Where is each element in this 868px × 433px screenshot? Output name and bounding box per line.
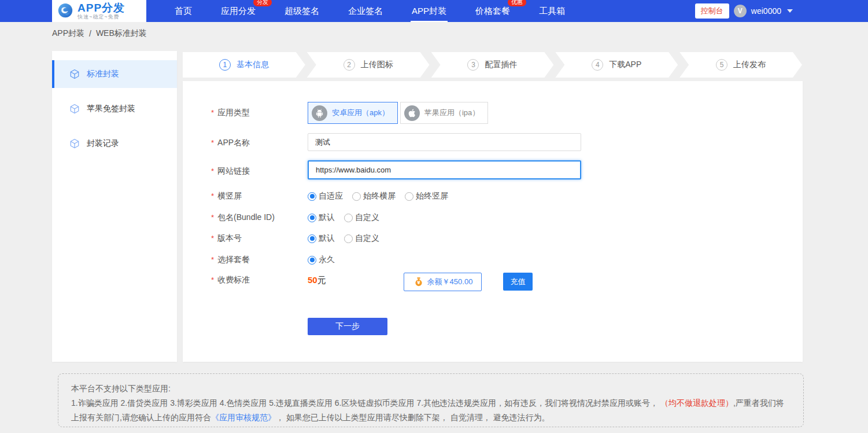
sidebar-item-standard-packaging[interactable]: 标准封装	[52, 60, 177, 88]
fee-label: *收费标准	[211, 275, 250, 285]
logo-title: APP分发	[77, 2, 125, 13]
orientation-options: 自适应 始终横屏 始终竖屏	[308, 191, 454, 201]
required-asterisk: *	[211, 192, 214, 200]
policy-notice: 本平台不支持以下类型应用: 1.诈骗类应用 2.借贷类应用 3.博彩类应用 4.…	[58, 373, 804, 427]
app-name-input[interactable]	[308, 133, 581, 151]
chevron-down-icon[interactable]	[787, 9, 793, 13]
distribution-badge: 分发	[253, 0, 272, 6]
required-asterisk: *	[211, 138, 214, 147]
notice-title: 本平台不支持以下类型应用:	[71, 381, 791, 396]
radio-adaptive[interactable]: 自适应	[308, 191, 343, 201]
logo-icon	[57, 2, 74, 20]
plan-options: 永久	[308, 255, 341, 265]
recharge-button[interactable]: 充值	[503, 273, 533, 291]
review-spec-link[interactable]: 《应用审核规范》	[211, 413, 276, 422]
radio-version-default[interactable]: 默认	[308, 233, 335, 244]
top-navbar: APP分发 快速~稳定~免费 首页 应用分发 分发 超级签名 企业签名 APP封…	[0, 0, 868, 22]
logo[interactable]: APP分发 快速~稳定~免费	[52, 0, 146, 22]
required-asterisk: *	[211, 276, 214, 284]
radio-always-portrait[interactable]: 始终竖屏	[405, 191, 448, 201]
apple-app-button[interactable]: 苹果应用（ipa）	[400, 102, 488, 124]
radio-icon	[308, 256, 316, 265]
step-number: 4	[592, 59, 603, 71]
sidebar-item-packaging-records[interactable]: 封装记录	[52, 130, 177, 157]
step-number: 2	[343, 59, 355, 71]
step-wizard: 1 基本信息 2 上传图标 3 配置插件 4 下载APP 5 上传发布	[183, 52, 804, 78]
breadcrumb-separator: /	[89, 29, 91, 38]
site-url-label: *网站链接	[211, 166, 250, 177]
fee-amount: 50元	[308, 275, 326, 286]
avatar[interactable]: V	[734, 5, 747, 17]
page: APP分发 快速~稳定~免费 首页 应用分发 分发 超级签名 企业签名 APP封…	[0, 0, 868, 433]
nav-item-app-packaging[interactable]: APP封装	[411, 0, 448, 22]
radio-plan-permanent[interactable]: 永久	[308, 255, 335, 265]
breadcrumb-parent[interactable]: APP封装	[52, 28, 84, 39]
nav-right: 控制台 V wei0000	[695, 0, 793, 22]
step-label: 上传图标	[361, 60, 393, 70]
sidebar-item-apple-signfree-packaging[interactable]: 苹果免签封装	[52, 95, 177, 123]
package-icon	[69, 104, 80, 114]
breadcrumb: APP封装 / WEB标准封装	[52, 22, 147, 45]
app-type-label: *应用类型	[211, 108, 250, 118]
svg-text:¥: ¥	[417, 280, 420, 285]
android-app-button[interactable]: 安卓应用（apk）	[308, 102, 398, 124]
money-bag-icon: ¥	[413, 276, 424, 288]
logo-text: APP分发 快速~稳定~免费	[77, 2, 125, 20]
username[interactable]: wei0000	[751, 6, 781, 16]
balance-button[interactable]: ¥ 余额￥450.00	[404, 273, 482, 291]
required-asterisk: *	[211, 234, 214, 243]
radio-icon	[352, 192, 361, 201]
android-icon	[312, 105, 327, 121]
nav-item-super-sign[interactable]: 超级签名	[283, 0, 320, 22]
step-label: 上传发布	[733, 60, 766, 70]
radio-icon	[344, 214, 353, 222]
next-step-button[interactable]: 下一步	[308, 318, 387, 335]
radio-bundle-default[interactable]: 默认	[308, 212, 335, 223]
balance-label: 余额￥450.00	[427, 277, 473, 287]
logo-subtitle: 快速~稳定~免费	[77, 14, 125, 20]
notice-no-refund: （均不做退款处理）	[660, 398, 733, 408]
discount-badge: 优惠	[508, 0, 526, 6]
nav-item-toolbox[interactable]: 工具箱	[538, 0, 566, 22]
step-download-app: 4 下载APP	[555, 52, 678, 78]
sidebar: 标准封装 苹果免签封装 封装记录	[52, 51, 177, 362]
required-asterisk: *	[211, 213, 214, 222]
radio-bundle-custom[interactable]: 自定义	[344, 212, 379, 223]
radio-icon	[308, 214, 316, 222]
step-number: 5	[716, 59, 727, 71]
version-label: *版本号	[211, 233, 242, 244]
sidebar-item-label: 封装记录	[87, 138, 119, 149]
radio-icon	[308, 192, 316, 201]
bundle-id-options: 默认 自定义	[308, 212, 385, 223]
bundle-id-label: *包名(Bundle ID)	[211, 212, 275, 223]
nav-item-pricing[interactable]: 价格套餐 优惠	[474, 0, 511, 22]
step-basic-info: 1 基本信息	[183, 52, 305, 78]
nav-item-home[interactable]: 首页	[173, 0, 193, 22]
package-icon	[69, 138, 80, 149]
notice-text: ， 如果您已上传以上类型应用请尽快删除下架， 自觉清理， 避免违法行为。	[276, 413, 550, 422]
radio-always-landscape[interactable]: 始终横屏	[352, 191, 396, 201]
console-button[interactable]: 控制台	[695, 3, 729, 19]
nav-item-app-distribution[interactable]: 应用分发 分发	[220, 0, 257, 22]
breadcrumb-current: WEB标准封装	[96, 28, 147, 39]
required-asterisk: *	[211, 255, 214, 264]
required-asterisk: *	[211, 167, 214, 175]
radio-icon	[344, 234, 353, 243]
required-asterisk: *	[211, 108, 214, 117]
step-label: 基本信息	[237, 60, 269, 70]
step-upload-publish: 5 上传发布	[679, 52, 802, 78]
orientation-label: *横竖屏	[211, 191, 242, 201]
step-label: 配置插件	[485, 60, 517, 70]
nav-item-enterprise-sign[interactable]: 企业签名	[347, 0, 384, 22]
site-url-input[interactable]	[308, 160, 581, 179]
fee-unit: 元	[317, 275, 326, 285]
radio-icon	[405, 192, 413, 201]
notice-body: 1.诈骗类应用 2.借贷类应用 3.博彩类应用 4.色情类应用 5.违规直播类应…	[71, 396, 791, 425]
plan-label: *选择套餐	[211, 255, 250, 265]
step-label: 下载APP	[609, 60, 641, 70]
package-icon	[69, 69, 80, 79]
step-configure-plugins: 3 配置插件	[431, 52, 554, 78]
radio-version-custom[interactable]: 自定义	[344, 233, 379, 244]
step-upload-icon: 2 上传图标	[307, 52, 430, 78]
radio-icon	[308, 234, 316, 243]
